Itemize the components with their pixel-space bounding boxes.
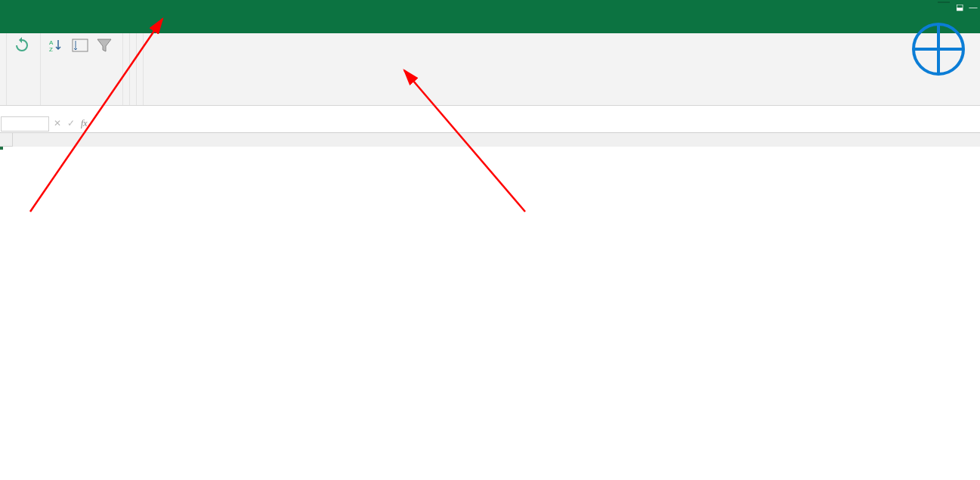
ribbon: AZ [0,33,980,106]
filter-button[interactable] [92,35,116,57]
minimize-icon[interactable]: — [966,0,980,14]
group-forecast [130,33,137,105]
refresh-all-button[interactable] [10,35,34,57]
sort-az-icon: AZ [47,36,65,54]
svg-text:Z: Z [49,46,53,53]
name-box[interactable] [1,116,49,132]
column-headers [0,133,980,147]
sort-button[interactable] [68,35,92,57]
cancel-icon[interactable]: ✕ [54,118,61,129]
ribbon-tabs [0,15,980,33]
spreadsheet-grid[interactable] [0,133,980,147]
accept-icon[interactable]: ✓ [67,118,75,129]
title-bar: ⬓ — [0,0,980,15]
formula-bar: ✕ ✓ fx [0,115,980,133]
sort-az-button[interactable]: AZ [44,35,68,57]
active-cell-border [0,147,3,150]
login-button[interactable] [938,2,950,3]
refresh-icon [13,36,31,54]
fx-icon[interactable]: fx [81,118,88,129]
window-controls: ⬓ — [953,0,980,14]
selection-border [0,147,3,150]
select-all-corner[interactable] [0,133,13,147]
ribbon-collapse-icon[interactable]: ⬓ [953,0,966,14]
group-outline [137,33,144,105]
group-get-transform [0,33,7,105]
sort-icon [71,36,89,54]
group-data-tools [123,33,130,105]
group-sort-filter: AZ [41,33,123,105]
svg-text:A: A [49,39,54,46]
fx-controls: ✕ ✓ fx [49,118,92,129]
group-queries-connections [7,33,41,105]
filter-icon [95,36,113,54]
